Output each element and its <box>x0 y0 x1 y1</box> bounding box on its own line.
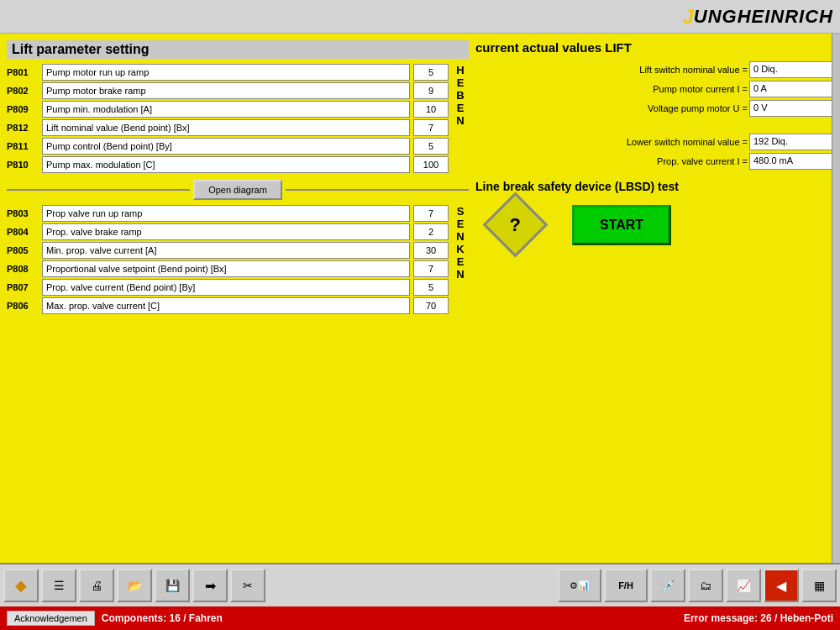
left-panel: Lift parameter setting P801 Pump motor r… <box>7 40 469 556</box>
folder2-icon: 🗂 <box>700 579 711 592</box>
back-icon: ◀ <box>776 578 786 594</box>
param-value-p809[interactable]: 10 <box>413 101 449 118</box>
logo-text: UNGHEINRICH <box>694 6 833 28</box>
param-label-p807[interactable]: Prop. valve current (Bend point) [By] <box>42 279 410 296</box>
param-id-p803: P803 <box>7 208 39 218</box>
param-value-p803[interactable]: 7 <box>413 205 449 222</box>
folder-open-icon: 📂 <box>128 579 142 592</box>
param-id-p810: P810 <box>7 160 39 170</box>
param-label-p812[interactable]: Lift nominal value (Bend point) [Bx] <box>42 119 410 136</box>
list-toolbar-button[interactable]: ☰ <box>41 569 76 602</box>
components-text: Components: 16 / Fahren <box>102 612 223 624</box>
list-icon: ☰ <box>54 579 65 592</box>
edit-toolbar-button[interactable]: ✂ <box>230 569 265 602</box>
actual-value-prop-valve: 480.0 mA <box>749 153 833 170</box>
settings-toolbar-button[interactable]: ⚙📊 <box>558 569 601 602</box>
back-toolbar-button[interactable]: ◀ <box>764 569 799 602</box>
chart-icon: 📈 <box>737 579 751 592</box>
next-toolbar-button[interactable]: ▦ <box>801 569 837 602</box>
folder2-toolbar-button[interactable]: 🗂 <box>688 569 723 602</box>
actual-row-voltage: Voltage pump motor U = 0 V <box>475 100 833 117</box>
param-value-p806[interactable]: 70 <box>413 297 449 314</box>
lower-params-list: P803 Prop valve run up ramp 7 P804 Prop.… <box>7 205 449 316</box>
param-value-p805[interactable]: 30 <box>413 242 449 259</box>
toolbar-right-group: ⚙📊 F/H 💉 🗂 📈 ◀ ▦ <box>558 569 837 602</box>
inject-toolbar-button[interactable]: 💉 <box>650 569 685 602</box>
param-label-p811[interactable]: Pump control (Bend point) [By] <box>42 138 410 155</box>
diagram-line-left <box>7 189 190 191</box>
chart-toolbar-button[interactable]: 📈 <box>726 569 761 602</box>
param-label-p808[interactable]: Proportional valve setpoint (Bend point)… <box>42 260 410 277</box>
fh-icon: F/H <box>618 580 633 591</box>
lbsd-section: Line break safety device (LBSD) test ? S… <box>475 180 833 248</box>
folder-toolbar-button[interactable]: 📂 <box>117 569 152 602</box>
param-row: P807 Prop. valve current (Bend point) [B… <box>7 279 449 296</box>
actual-label-lift-switch: Lift switch nominal value = <box>475 65 749 75</box>
param-label-p810[interactable]: Pump max. modulation [C] <box>42 156 410 173</box>
param-id-p808: P808 <box>7 264 39 274</box>
next-icon: ▦ <box>814 579 825 592</box>
param-row: P810 Pump max. modulation [C] 100 <box>7 156 449 173</box>
scrollbar[interactable] <box>832 34 840 563</box>
param-value-p807[interactable]: 5 <box>413 279 449 296</box>
help-toolbar-button[interactable]: ◆ <box>3 569 39 602</box>
bottom-toolbar: ◆ ☰ 🖨 📂 💾 ➡ ✂ ⚙📊 F/H <box>0 563 840 630</box>
fh-toolbar-button[interactable]: F/H <box>604 569 648 602</box>
edit-icon: ✂ <box>243 579 253 592</box>
param-label-p802[interactable]: Pump motor brake ramp <box>42 82 410 99</box>
param-value-p808[interactable]: 7 <box>413 260 449 277</box>
start-button[interactable]: START <box>572 205 671 245</box>
actual-row-prop-valve: Prop. valve current I = 480.0 mA <box>475 153 833 170</box>
param-id-p812: P812 <box>7 123 39 133</box>
param-id-p805: P805 <box>7 245 39 255</box>
param-label-p806[interactable]: Max. prop. valve current [C] <box>42 297 410 314</box>
param-label-p801[interactable]: Pump motor run up ramp <box>42 64 410 81</box>
logo-j: J <box>682 5 693 29</box>
param-row: P802 Pump motor brake ramp 9 <box>7 82 449 99</box>
save-toolbar-button[interactable]: 💾 <box>155 569 190 602</box>
section-title: Lift parameter setting <box>7 40 469 59</box>
param-label-p804[interactable]: Prop. valve brake ramp <box>42 223 410 240</box>
lower-actual-values: Lower switch nominal value = 192 Diq. Pr… <box>475 134 833 170</box>
actual-row-pump-current: Pump motor current I = 0 A <box>475 81 833 97</box>
param-row: P809 Pump min. modulation [A] 10 <box>7 101 449 118</box>
error-text: Error message: 26 / Heben-Poti <box>684 612 833 624</box>
param-value-p801[interactable]: 5 <box>413 64 449 81</box>
forward-toolbar-button[interactable]: ➡ <box>192 569 228 602</box>
gear-icon: ⚙📊 <box>570 580 590 591</box>
actual-row-lift-switch: Lift switch nominal value = 0 Diq. <box>475 61 833 78</box>
actual-value-voltage: 0 V <box>749 100 833 117</box>
param-value-p810[interactable]: 100 <box>413 156 449 173</box>
param-row: P806 Max. prop. valve current [C] 70 <box>7 297 449 314</box>
param-value-p802[interactable]: 9 <box>413 82 449 99</box>
logo: J UNGHEINRICH <box>682 3 833 30</box>
diagram-row: Open diagram <box>7 180 469 200</box>
diagram-line-right <box>286 189 469 191</box>
print-toolbar-button[interactable]: 🖨 <box>79 569 114 602</box>
upper-param-group: P801 Pump motor run up ramp 5 P802 Pump … <box>7 64 469 175</box>
param-id-p809: P809 <box>7 104 39 114</box>
actual-row-lower-switch: Lower switch nominal value = 192 Diq. <box>475 134 833 150</box>
open-diagram-button[interactable]: Open diagram <box>193 180 282 200</box>
lower-param-group: P803 Prop valve run up ramp 7 P804 Prop.… <box>7 205 469 316</box>
param-label-p809[interactable]: Pump min. modulation [A] <box>42 101 410 118</box>
actual-value-lower-switch: 192 Diq. <box>749 134 833 150</box>
param-id-p801: P801 <box>7 67 39 77</box>
acknowledge-button[interactable]: Acknowledgemen <box>7 611 95 626</box>
actual-value-pump-current: 0 A <box>749 81 833 97</box>
param-id-p811: P811 <box>7 141 39 151</box>
param-value-p812[interactable]: 7 <box>413 119 449 136</box>
param-label-p805[interactable]: Min. prop. valve current [A] <box>42 242 410 259</box>
upper-params-list: P801 Pump motor run up ramp 5 P802 Pump … <box>7 64 449 175</box>
main-area: Lift parameter setting P801 Pump motor r… <box>0 34 840 563</box>
param-id-p804: P804 <box>7 227 39 237</box>
param-id-p806: P806 <box>7 301 39 311</box>
param-value-p804[interactable]: 2 <box>413 223 449 240</box>
question-icon: ◆ <box>15 576 27 595</box>
param-value-p811[interactable]: 5 <box>413 138 449 155</box>
actual-value-lift-switch: 0 Diq. <box>749 61 833 78</box>
param-label-p803[interactable]: Prop valve run up ramp <box>42 205 410 222</box>
actual-label-prop-valve: Prop. valve current I = <box>475 156 749 166</box>
actual-label-pump-current: Pump motor current I = <box>475 84 749 94</box>
lbsd-question-button[interactable]: ? <box>483 192 549 258</box>
